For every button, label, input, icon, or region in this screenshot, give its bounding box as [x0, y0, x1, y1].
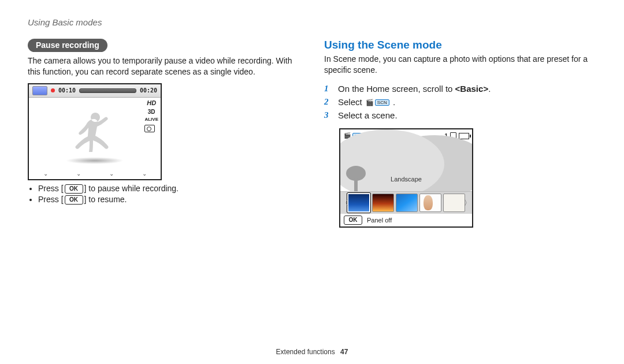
- text: Press [: [38, 184, 64, 193]
- ok-button-glyph: OK: [65, 195, 83, 205]
- footer-section: Extended functions: [276, 348, 335, 356]
- shadow: [66, 157, 124, 164]
- chevron-down-icon: ⌄: [43, 170, 48, 177]
- bullet-resume: Press [OK] to resume.: [38, 195, 300, 205]
- threed-badge: 3D: [144, 110, 158, 114]
- scn-chip-inline: SCN: [375, 99, 389, 106]
- text: .: [393, 97, 395, 107]
- video-preview: 00:10 00:20 HD 3D ALIVE: [28, 83, 162, 180]
- text: Press [: [38, 195, 64, 204]
- ok-button-glyph: OK: [65, 184, 83, 194]
- total-time: 00:20: [140, 87, 157, 94]
- text: On the Home screen, scroll to: [338, 84, 455, 94]
- scene-thumb: [347, 193, 370, 213]
- step-number: 2: [324, 97, 332, 107]
- text: .: [488, 84, 491, 94]
- chevron-right-icon: 〉: [464, 198, 471, 207]
- page-number: 47: [340, 348, 348, 356]
- right-column: Using the Scene mode In Scene mode, you …: [324, 39, 596, 228]
- scn-icon: 🎬SCN: [366, 99, 389, 106]
- text: Select: [338, 97, 365, 107]
- step-number: 1: [324, 84, 332, 94]
- progress-bar: [79, 88, 136, 93]
- page-footer: Extended functions 47: [0, 348, 624, 356]
- step-3: 3 Select a scene.: [324, 110, 596, 120]
- video-side-badges: HD 3D ALIVE: [144, 99, 158, 132]
- panel-off-text: Panel off: [367, 217, 392, 224]
- step-text: Select 🎬SCN .: [338, 97, 395, 107]
- chevron-down-icon: ⌄: [109, 170, 114, 177]
- text: ] to pause while recording.: [84, 184, 179, 193]
- bottom-chevrons: ⌄ ⌄ ⌄ ⌄: [29, 170, 161, 177]
- camera-icon: [144, 125, 155, 132]
- scene-preview: 🎬 SCN 1 16M Landscape: [339, 128, 473, 228]
- scene-illustration: [340, 144, 472, 226]
- running-header: Using Basic modes: [28, 17, 596, 27]
- scene-thumbnails: 〈 〉: [340, 191, 472, 214]
- scene-label: Landscape: [340, 176, 472, 183]
- step-2: 2 Select 🎬SCN .: [324, 97, 596, 107]
- panel-off-hint: OK Panel off: [343, 216, 392, 225]
- section-heading: Using the Scene mode: [324, 39, 596, 51]
- chevron-down-icon: ⌄: [76, 170, 81, 177]
- step-text: Select a scene.: [338, 110, 398, 120]
- ok-button-glyph: OK: [344, 216, 362, 225]
- pause-recording-heading: Pause recording: [28, 39, 107, 52]
- scene-thumb: [372, 194, 394, 212]
- step-1: 1 On the Home screen, scroll to <Basic>.: [324, 84, 596, 94]
- scene-thumb: [419, 194, 441, 212]
- scene-thumb: [443, 194, 465, 212]
- mode-chip-icon: [32, 86, 47, 95]
- scene-intro: In Scene mode, you can capture a photo w…: [324, 54, 596, 76]
- pause-bullets: Press [OK] to pause while recording. Pre…: [28, 184, 300, 205]
- alive-badge: ALIVE: [144, 118, 158, 121]
- elapsed-time: 00:10: [58, 87, 76, 94]
- pause-desc: The camera allows you to temporarily pau…: [28, 55, 300, 77]
- video-topbar: 00:10 00:20: [29, 84, 161, 98]
- text: ] to resume.: [84, 195, 127, 204]
- bullet-pause: Press [OK] to pause while recording.: [38, 184, 300, 194]
- step-number: 3: [324, 110, 332, 120]
- record-indicator-icon: [51, 88, 55, 92]
- chevron-down-icon: ⌄: [142, 170, 147, 177]
- left-column: Pause recording The camera allows you to…: [28, 39, 300, 228]
- hd-badge: HD: [144, 99, 158, 106]
- step-text: On the Home screen, scroll to <Basic>.: [338, 84, 491, 94]
- battery-icon: [459, 133, 469, 139]
- scene-thumb: [396, 194, 418, 212]
- steps-list: 1 On the Home screen, scroll to <Basic>.…: [324, 84, 596, 120]
- chevron-left-icon: 〈: [341, 198, 348, 207]
- bold-text: <Basic>: [455, 84, 489, 94]
